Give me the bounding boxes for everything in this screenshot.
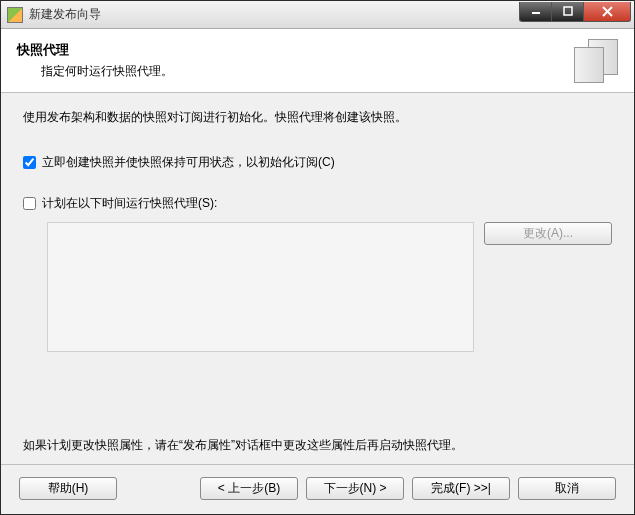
- close-button[interactable]: [583, 2, 631, 22]
- window-controls: [519, 2, 631, 22]
- maximize-button[interactable]: [551, 2, 583, 22]
- schedule-description-box: [47, 222, 474, 352]
- intro-text: 使用发布架构和数据的快照对订阅进行初始化。快照代理将创建该快照。: [23, 109, 612, 126]
- wizard-header: 快照代理 指定何时运行快照代理。: [1, 29, 634, 93]
- page-title: 快照代理: [17, 41, 574, 59]
- schedule-snapshot-row[interactable]: 计划在以下时间运行快照代理(S):: [23, 195, 612, 212]
- header-text: 快照代理 指定何时运行快照代理。: [17, 41, 574, 80]
- change-button-wrap: 更改(A)...: [484, 222, 612, 352]
- page-subtitle: 指定何时运行快照代理。: [41, 63, 574, 80]
- titlebar[interactable]: 新建发布向导: [1, 1, 634, 29]
- schedule-checkbox[interactable]: [23, 197, 36, 210]
- window-title: 新建发布向导: [29, 6, 519, 23]
- cancel-button[interactable]: 取消: [518, 477, 616, 500]
- help-button[interactable]: 帮助(H): [19, 477, 117, 500]
- content-area: 使用发布架构和数据的快照对订阅进行初始化。快照代理将创建该快照。 立即创建快照并…: [1, 93, 634, 464]
- schedule-body: 更改(A)...: [47, 222, 612, 352]
- note-text: 如果计划更改快照属性，请在“发布属性”对话框中更改这些属性后再启动快照代理。: [23, 437, 612, 454]
- header-graphic: [574, 39, 618, 83]
- minimize-icon: [531, 6, 541, 16]
- schedule-block: 计划在以下时间运行快照代理(S): 更改(A)...: [23, 195, 612, 419]
- footer: 帮助(H) < 上一步(B) 下一步(N) > 完成(F) >>| 取消: [1, 464, 634, 514]
- minimize-button[interactable]: [519, 2, 551, 22]
- svg-rect-1: [564, 7, 572, 15]
- change-button[interactable]: 更改(A)...: [484, 222, 612, 245]
- maximize-icon: [563, 6, 573, 16]
- immediate-checkbox[interactable]: [23, 156, 36, 169]
- schedule-label: 计划在以下时间运行快照代理(S):: [42, 195, 217, 212]
- finish-button[interactable]: 完成(F) >>|: [412, 477, 510, 500]
- app-icon: [7, 7, 23, 23]
- back-button[interactable]: < 上一步(B): [200, 477, 298, 500]
- immediate-label: 立即创建快照并使快照保持可用状态，以初始化订阅(C): [42, 154, 335, 171]
- next-button[interactable]: 下一步(N) >: [306, 477, 404, 500]
- close-icon: [602, 6, 613, 17]
- wizard-window: 新建发布向导 快照代理 指定何时运行快照代理。 使用发布架构和数据的快照对订阅进…: [0, 0, 635, 515]
- immediate-snapshot-row[interactable]: 立即创建快照并使快照保持可用状态，以初始化订阅(C): [23, 154, 612, 171]
